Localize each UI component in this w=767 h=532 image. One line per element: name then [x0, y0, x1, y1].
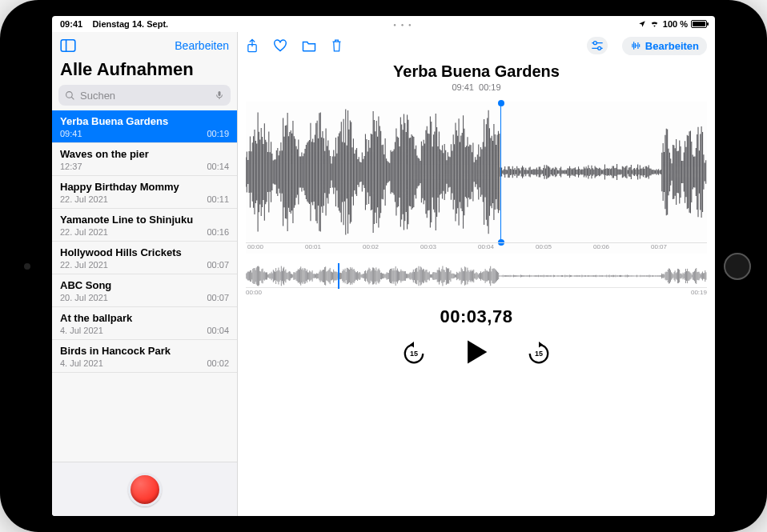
search-placeholder: Suchen	[80, 90, 210, 102]
search-input[interactable]: Suchen	[58, 85, 231, 106]
recording-row-duration: 00:14	[207, 162, 229, 171]
timeline-tick: 00:06	[592, 243, 649, 254]
overview-playhead[interactable]	[338, 263, 339, 289]
recording-row-title: Happy Birthday Mommy	[60, 181, 229, 193]
recording-row-title: ABC Song	[60, 279, 229, 291]
sidebar-toggle-icon[interactable]	[60, 39, 76, 52]
recording-row-date: 12:37	[60, 162, 82, 171]
play-button[interactable]	[464, 338, 488, 369]
current-time: 00:03,78	[238, 306, 715, 327]
multitask-indicator: ● ● ●	[168, 21, 638, 27]
playhead[interactable]	[500, 103, 502, 242]
share-icon[interactable]	[246, 38, 259, 53]
sidebar-title: Alle Aufnahmen	[52, 56, 237, 85]
timeline-tick: 00:04	[476, 243, 534, 254]
recording-row[interactable]: Yerba Buena Gardens09:4100:19	[52, 110, 237, 143]
skip-back-button[interactable]: 15	[402, 342, 426, 366]
recording-row-title: Yerba Buena Gardens	[60, 115, 229, 127]
recording-row-duration: 00:04	[207, 326, 229, 335]
svg-point-10	[597, 46, 600, 50]
battery-percent: 100 %	[663, 19, 688, 29]
dictate-icon[interactable]	[215, 90, 224, 101]
recording-row-duration: 00:19	[207, 129, 229, 138]
ipad-frame: 09:41 Dienstag 14. Sept. ● ● ● 100 % Bea	[0, 0, 767, 532]
battery-icon	[691, 20, 707, 28]
waveform-main[interactable]: 00:0000:0100:0200:0300:0400:0500:0600:07	[246, 102, 707, 254]
status-time: 09:41	[60, 19, 82, 29]
recording-row-title: At the ballpark	[60, 312, 229, 324]
waveform-edit-button[interactable]: Bearbeiten	[622, 37, 707, 55]
recording-row-date: 22. Jul 2021	[60, 227, 108, 237]
record-bar	[52, 462, 237, 516]
trash-icon[interactable]	[331, 38, 343, 53]
overview-start: 00:00	[246, 289, 262, 296]
timeline-tick: 00:01	[303, 243, 361, 254]
svg-line-3	[71, 97, 74, 99]
recording-row-date: 09:41	[60, 129, 82, 138]
recording-row-title: Waves on the pier	[60, 148, 229, 160]
camera-dot	[24, 263, 30, 270]
folder-icon[interactable]	[302, 39, 316, 52]
recording-row[interactable]: Hollywood Hills Crickets22. Jul 202100:0…	[52, 242, 237, 274]
recording-row-duration: 00:02	[207, 358, 229, 368]
search-icon	[65, 90, 75, 101]
recording-row-title: Hollywood Hills Crickets	[60, 246, 229, 258]
options-icon[interactable]	[587, 37, 608, 54]
screen: 09:41 Dienstag 14. Sept. ● ● ● 100 % Bea	[52, 16, 715, 516]
timeline-tick: 00:07	[649, 243, 707, 254]
recording-row[interactable]: At the ballpark4. Jul 202100:04	[52, 307, 237, 340]
recording-row-date: 22. Jul 2021	[60, 194, 108, 204]
skip-back-label: 15	[410, 350, 418, 358]
home-button[interactable]	[724, 253, 751, 280]
recordings-list: Yerba Buena Gardens09:4100:19Waves on th…	[52, 110, 237, 462]
recording-row-date: 4. Jul 2021	[60, 326, 103, 335]
timeline-tick: 00:00	[246, 243, 303, 254]
recording-subtitle: 09:41 00:19	[238, 82, 715, 92]
playback-controls: 15 15	[238, 338, 715, 369]
recording-row-duration: 00:16	[207, 227, 229, 237]
recording-row-date: 20. Jul 2021	[60, 293, 108, 302]
location-icon	[638, 20, 646, 28]
svg-rect-0	[61, 40, 75, 51]
svg-point-2	[66, 91, 73, 98]
sidebar: Bearbeiten Alle Aufnahmen Suchen Yerba B…	[52, 32, 238, 516]
recording-row-title: Birds in Hancock Park	[60, 345, 229, 357]
recording-row[interactable]: Waves on the pier12:3700:14	[52, 143, 237, 176]
skip-forward-button[interactable]: 15	[527, 342, 551, 366]
recording-title: Yerba Buena Gardens	[238, 62, 715, 81]
timeline-tick: 00:05	[534, 243, 592, 254]
status-date: Dienstag 14. Sept.	[92, 19, 168, 29]
recording-row[interactable]: Birds in Hancock Park4. Jul 202100:02	[52, 340, 237, 373]
timeline: 00:0000:0100:0200:0300:0400:0500:0600:07	[246, 242, 707, 254]
recording-row-duration: 00:07	[207, 293, 229, 302]
wifi-icon	[649, 20, 660, 28]
recording-row-date: 22. Jul 2021	[60, 260, 108, 270]
waveform-edit-label: Bearbeiten	[645, 40, 699, 52]
detail-pane: Bearbeiten Yerba Buena Gardens 09:41 00:…	[238, 32, 715, 516]
svg-rect-4	[219, 91, 221, 96]
favorite-icon[interactable]	[273, 39, 287, 52]
waveform-overview[interactable]: 00:00 00:19	[246, 265, 707, 297]
skip-fwd-label: 15	[535, 350, 543, 358]
sidebar-edit-button[interactable]: Bearbeiten	[175, 39, 229, 52]
recording-row-duration: 00:07	[207, 260, 229, 270]
recording-row-title: Yamanote Line to Shinjuku	[60, 214, 229, 226]
recording-row[interactable]: ABC Song20. Jul 202100:07	[52, 274, 237, 307]
status-bar: 09:41 Dienstag 14. Sept. ● ● ● 100 %	[52, 16, 715, 32]
timeline-tick: 00:03	[419, 243, 476, 254]
recording-row-duration: 00:11	[207, 194, 229, 204]
waveform-icon	[630, 41, 641, 50]
recording-row[interactable]: Yamanote Line to Shinjuku22. Jul 202100:…	[52, 209, 237, 242]
record-button[interactable]	[128, 473, 162, 506]
recording-row-date: 4. Jul 2021	[60, 358, 103, 368]
timeline-tick: 00:02	[361, 243, 419, 254]
recording-row[interactable]: Happy Birthday Mommy22. Jul 202100:11	[52, 176, 237, 209]
overview-end: 00:19	[691, 289, 707, 296]
svg-point-8	[593, 42, 596, 45]
